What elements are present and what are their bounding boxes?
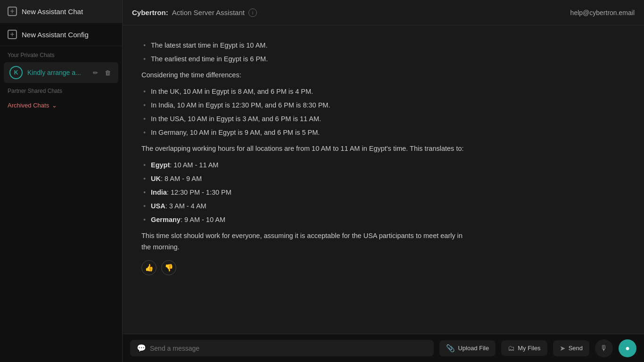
plus-icon: + — [8, 7, 17, 16]
upload-label: Upload File — [458, 345, 489, 352]
india-label: India — [151, 189, 167, 196]
topbar: Cybertron: Action Server Assistant i hel… — [123, 0, 644, 25]
delete-icon[interactable]: 🗑 — [102, 67, 113, 78]
closing-text: This time slot should work for everyone,… — [141, 230, 471, 252]
upload-icon: 📎 — [446, 344, 455, 353]
new-chat-label: New Assistant Chat — [22, 8, 83, 16]
egypt-time: : 10 AM - 11 AM — [170, 161, 218, 169]
private-chats-label: Your Private Chats — [0, 46, 122, 61]
new-config-label: New Assistant Config — [22, 31, 89, 39]
topbar-left: Cybertron: Action Server Assistant i — [132, 8, 257, 17]
chevron-down-icon: ⌄ — [52, 102, 57, 109]
egypt-label: Egypt — [151, 161, 170, 169]
chat-bubble-icon: 💬 — [137, 344, 146, 353]
chat-area: The latest start time in Egypt is 10 AM.… — [123, 25, 644, 334]
thumbs-up-button[interactable]: 👍 — [141, 260, 157, 275]
mic-button[interactable]: 🎙 — [595, 339, 613, 357]
chat-list-item[interactable]: K Kindly arrange a... ✏ 🗑 — [4, 62, 118, 83]
time-bullets: The latest start time in Egypt is 10 AM.… — [141, 39, 471, 66]
send-icon: ➤ — [560, 344, 566, 353]
india-time: : 12:30 PM - 1:30 PM — [167, 189, 231, 196]
thumbs-down-button[interactable]: 👎 — [161, 260, 176, 275]
uk-diff: In the UK, 10 AM in Egypt is 8 AM, and 6… — [141, 85, 471, 99]
chat-item-text: Kindly arrange a... — [27, 69, 85, 76]
germany-diff: In Germany, 10 AM in Egypt is 9 AM, and … — [141, 126, 471, 140]
send-button[interactable]: ➤ Send — [553, 340, 589, 356]
upload-file-button[interactable]: 📎 Upload File — [439, 340, 495, 356]
bottom-bar: 💬 📎 Upload File 🗂 My Files ➤ Send 🎙 ● — [123, 334, 644, 362]
uk-time-item: UK: 8 AM - 9 AM — [141, 172, 471, 186]
edit-icon[interactable]: ✏ — [90, 67, 100, 78]
new-chat-button[interactable]: + New Assistant Chat — [0, 0, 122, 23]
message-content: The latest start time in Egypt is 10 AM.… — [141, 39, 471, 275]
germany-time: : 9 AM - 10 AM — [181, 216, 225, 223]
germany-time-item: Germany: 9 AM - 10 AM — [141, 213, 471, 227]
my-files-label: My Files — [518, 345, 540, 352]
archived-chats-toggle[interactable]: Archived Chats ⌄ — [0, 97, 122, 114]
usa-label: USA — [151, 202, 165, 210]
partner-shared-label: Partner Shared Chats — [0, 84, 122, 97]
germany-label: Germany — [151, 216, 181, 223]
send-circle-button[interactable]: ● — [619, 339, 636, 357]
bullet-earliest-end: The earliest end time in Egypt is 6 PM. — [141, 52, 471, 66]
usa-diff: In the USA, 10 AM in Egypt is 3 AM, and … — [141, 112, 471, 126]
mic-icon: 🎙 — [600, 344, 608, 353]
overlap-text: The overlapping working hours for all lo… — [141, 143, 471, 154]
brand-name: Cybertron: — [132, 8, 168, 16]
egypt-time-item: Egypt: 10 AM - 11 AM — [141, 158, 471, 172]
uk-time: : 8 AM - 9 AM — [161, 175, 202, 182]
send-circle-icon: ● — [625, 344, 630, 353]
india-diff: In India, 10 AM in Egypt is 12:30 PM, an… — [141, 99, 471, 112]
message-input[interactable] — [150, 345, 427, 352]
archived-label: Archived Chats — [8, 102, 49, 109]
avatar: K — [9, 66, 23, 79]
files-icon: 🗂 — [508, 344, 515, 352]
bullet-latest-start: The latest start time in Egypt is 10 AM. — [141, 39, 471, 52]
chat-item-actions: ✏ 🗑 — [90, 67, 113, 78]
my-files-button[interactable]: 🗂 My Files — [501, 340, 547, 356]
message-input-wrap: 💬 — [130, 340, 434, 356]
uk-label: UK — [151, 175, 161, 182]
topbar-email: help@cybertron.email — [570, 9, 635, 16]
overlap-text-span: The overlapping working hours for all lo… — [141, 145, 464, 152]
plus-icon-config: + — [8, 30, 17, 39]
send-label: Send — [569, 345, 583, 352]
india-time-item: India: 12:30 PM - 1:30 PM — [141, 186, 471, 199]
diff-bullets: In the UK, 10 AM in Egypt is 8 AM, and 6… — [141, 85, 471, 140]
sidebar: + New Assistant Chat + New Assistant Con… — [0, 0, 123, 362]
new-config-button[interactable]: + New Assistant Config — [0, 23, 122, 46]
time-table-list: Egypt: 10 AM - 11 AM UK: 8 AM - 9 AM Ind… — [141, 158, 471, 227]
considering-text: Considering the time differences: — [141, 70, 471, 81]
usa-time-item: USA: 3 AM - 4 AM — [141, 199, 471, 213]
usa-time: : 3 AM - 4 AM — [165, 202, 206, 210]
feedback-row: 👍 👎 — [141, 260, 471, 275]
info-icon[interactable]: i — [248, 8, 257, 17]
assistant-name: Action Server Assistant — [172, 8, 245, 16]
main-panel: Cybertron: Action Server Assistant i hel… — [123, 0, 644, 362]
